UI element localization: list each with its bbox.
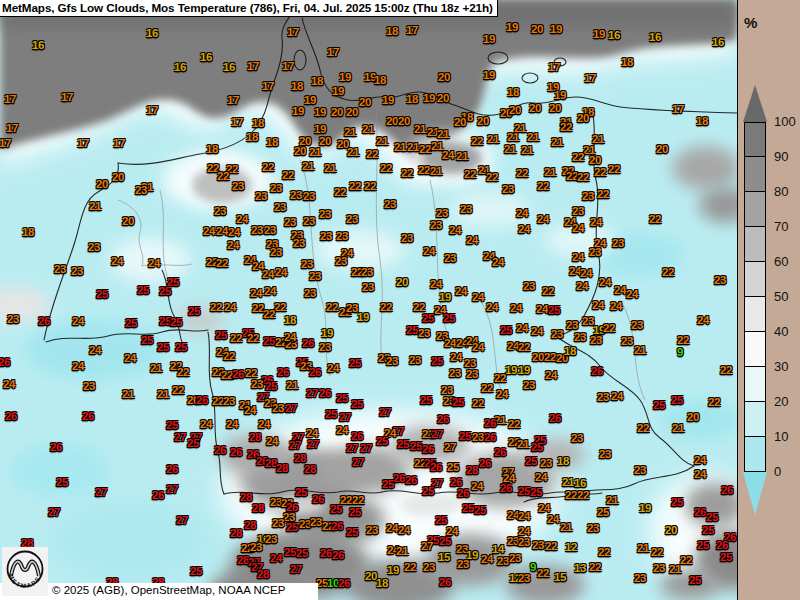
station-value: 26 bbox=[430, 461, 442, 473]
station-value: 23 bbox=[303, 190, 315, 202]
station-value: 17 bbox=[548, 61, 560, 73]
station-value: 26 bbox=[716, 539, 728, 551]
station-value: 24 bbox=[449, 224, 461, 236]
station-value: 21 bbox=[637, 542, 649, 554]
station-value: 19 bbox=[506, 21, 518, 33]
station-value: 21 bbox=[414, 123, 426, 135]
station-value: 23 bbox=[540, 457, 552, 469]
station-value: 22 bbox=[352, 494, 364, 506]
station-value: 18 bbox=[311, 75, 323, 87]
station-value: 25 bbox=[653, 399, 665, 411]
station-value: 20 bbox=[112, 171, 124, 183]
station-value: 24 bbox=[503, 472, 515, 484]
station-value: 28 bbox=[466, 464, 478, 476]
station-value: 25 bbox=[462, 502, 474, 514]
station-value: 24 bbox=[611, 390, 623, 402]
station-value: 28 bbox=[252, 502, 264, 514]
station-value: 26 bbox=[152, 489, 164, 501]
station-value: 19 bbox=[339, 71, 351, 83]
station-value: 27 bbox=[166, 483, 178, 495]
station-value: 24 bbox=[516, 207, 528, 219]
station-value: 22 bbox=[326, 301, 338, 313]
station-value: 25 bbox=[500, 324, 512, 336]
station-value: 23 bbox=[551, 328, 563, 340]
station-value: 22 bbox=[594, 166, 606, 178]
station-value: 25 bbox=[420, 394, 432, 406]
metmaps-logo[interactable]: METMAPS bbox=[2, 547, 48, 596]
station-value: 20 bbox=[577, 112, 589, 124]
station-value: 26 bbox=[277, 366, 289, 378]
colorbar-arrow-up bbox=[743, 85, 767, 122]
station-value: 25 bbox=[452, 396, 464, 408]
station-value: 20 bbox=[438, 71, 450, 83]
station-value: 22 bbox=[577, 489, 589, 501]
station-value: 26 bbox=[319, 387, 331, 399]
station-value: 17 bbox=[77, 137, 89, 149]
station-value: 23 bbox=[310, 516, 322, 528]
station-value: 27 bbox=[290, 563, 302, 575]
station-value: 19 bbox=[483, 33, 495, 45]
station-value: 24 bbox=[270, 552, 282, 564]
station-value: 23 bbox=[264, 224, 276, 236]
station-value: 27 bbox=[176, 514, 188, 526]
station-value: 25 bbox=[443, 312, 455, 324]
station-value: 26 bbox=[166, 463, 178, 475]
station-value: 24 bbox=[455, 285, 467, 297]
station-value: 24 bbox=[398, 524, 410, 536]
station-value: 22 bbox=[651, 546, 663, 558]
station-value: 23 bbox=[301, 258, 313, 270]
station-value: 25 bbox=[296, 547, 308, 559]
station-value: 23 bbox=[631, 319, 643, 331]
station-value: 19 bbox=[550, 23, 562, 35]
station-value: 17 bbox=[584, 72, 596, 84]
station-value: 26 bbox=[5, 410, 17, 422]
station-value: 20 bbox=[531, 23, 543, 35]
station-value: 22 bbox=[680, 554, 692, 566]
station-value: 17 bbox=[4, 93, 16, 105]
station-value: 25 bbox=[597, 506, 609, 518]
station-value: 28 bbox=[276, 462, 288, 474]
station-value: 28 bbox=[240, 491, 252, 503]
colorbar-segment bbox=[744, 437, 766, 472]
station-value: 24 bbox=[518, 223, 530, 235]
station-value: 25 bbox=[531, 441, 543, 453]
station-value: 18 bbox=[564, 345, 576, 357]
station-value: 22 bbox=[708, 396, 720, 408]
station-value: 24 bbox=[471, 480, 483, 492]
station-value: 25 bbox=[397, 438, 409, 450]
station-value: 18 bbox=[206, 143, 218, 155]
station-value: 26 bbox=[338, 577, 350, 589]
station-value: 22 bbox=[598, 546, 610, 558]
station-value: 23 bbox=[409, 354, 421, 366]
colorbar-unit-label: % bbox=[744, 14, 757, 31]
station-value: 25 bbox=[720, 551, 732, 563]
station-value: 24 bbox=[486, 301, 498, 313]
station-value: 25 bbox=[530, 486, 542, 498]
station-value: 20 bbox=[359, 96, 371, 108]
station-value: 23 bbox=[7, 313, 19, 325]
station-value: 26 bbox=[393, 472, 405, 484]
station-value: 22 bbox=[486, 171, 498, 183]
station-value: 25 bbox=[349, 506, 361, 518]
station-value: 19 bbox=[382, 94, 394, 106]
colorbar-arrow-down bbox=[743, 472, 767, 515]
station-value: 22 bbox=[282, 169, 294, 181]
station-value: 24 bbox=[72, 315, 84, 327]
station-value: 17 bbox=[327, 46, 339, 58]
station-value: 27 bbox=[174, 431, 186, 443]
station-value: 19 bbox=[483, 69, 495, 81]
station-value: 16 bbox=[200, 51, 212, 63]
station-value: 25 bbox=[702, 524, 714, 536]
station-value: 20 bbox=[529, 102, 541, 114]
station-value: 24 bbox=[72, 360, 84, 372]
station-value: 16 bbox=[574, 477, 586, 489]
station-value: 26 bbox=[439, 576, 451, 588]
station-value: 21 bbox=[551, 136, 563, 148]
station-value: 27 bbox=[444, 441, 456, 453]
station-value: 15 bbox=[438, 551, 450, 563]
station-value: 25 bbox=[406, 324, 418, 336]
station-value: 21 bbox=[672, 422, 684, 434]
station-value: 23 bbox=[71, 265, 83, 277]
station-value: 19 bbox=[439, 291, 451, 303]
station-value: 18 bbox=[374, 74, 386, 86]
